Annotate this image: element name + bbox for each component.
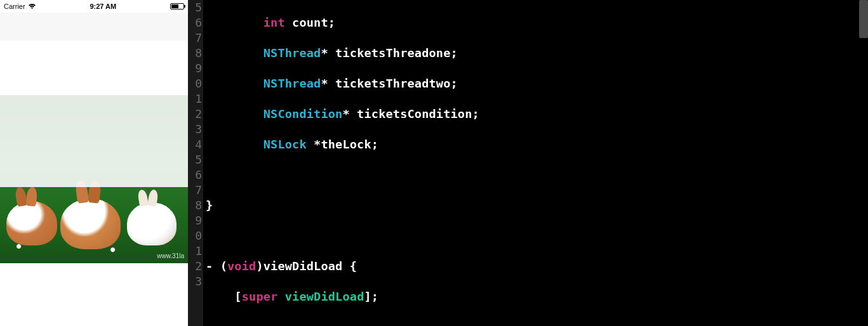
code-line: [super viewDidLoad];: [206, 289, 868, 304]
code-line: NSThread* ticketsThreadone;: [206, 46, 868, 61]
code-line: - (void)viewDidLoad {: [206, 259, 868, 274]
code-line: NSCondition* ticketsCondition;: [206, 107, 868, 122]
code-line: [206, 320, 868, 326]
code-line: NSLock *theLock;: [206, 137, 868, 152]
scrollbar-thumb[interactable]: [859, 0, 868, 38]
code-line: [206, 228, 868, 244]
code-editor[interactable]: 5 6 7 8 9 0 1 2 3 4 5 6 7 8 9 0 1 2 3 in…: [188, 0, 868, 326]
simulator-screen: www.31la: [0, 13, 188, 326]
battery-icon: [170, 3, 184, 10]
white-overlay: [0, 95, 188, 187]
code-content[interactable]: int count; NSThread* ticketsThreadone; N…: [203, 0, 868, 326]
code-line: NSThread* ticketsThreadtwo;: [206, 76, 868, 91]
watermark: www.31la: [157, 252, 184, 259]
status-bar: Carrier 9:27 AM: [0, 0, 188, 13]
code-line: }: [206, 198, 868, 213]
line-number-gutter: 5 6 7 8 9 0 1 2 3 4 5 6 7 8 9 0 1 2 3: [188, 0, 203, 326]
navigation-bar: [0, 13, 188, 41]
code-line: [206, 167, 868, 183]
carrier-label: Carrier: [4, 3, 25, 10]
clock: 9:27 AM: [90, 3, 116, 10]
ios-simulator: Carrier 9:27 AM www.31la: [0, 0, 188, 326]
image-view: www.31la: [0, 95, 188, 263]
wifi-icon: [28, 3, 36, 10]
code-line: int count;: [206, 15, 868, 30]
